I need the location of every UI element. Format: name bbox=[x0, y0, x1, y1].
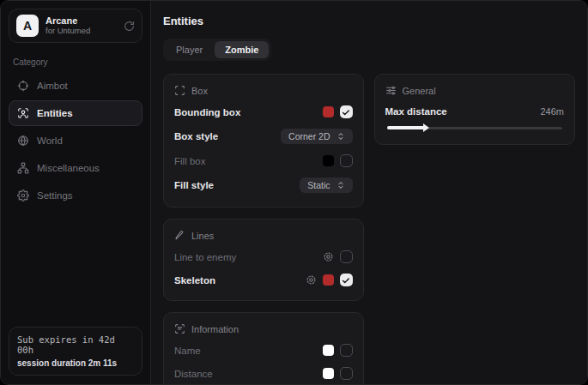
slider-thumb[interactable] bbox=[423, 123, 429, 132]
page-title: Entities bbox=[163, 15, 575, 27]
chevrons-up-down-icon bbox=[336, 181, 345, 189]
sidebar-item-settings[interactable]: Settings bbox=[9, 183, 142, 208]
slider-fill bbox=[387, 126, 426, 129]
setting-row-fill-box: Fill box bbox=[174, 149, 353, 172]
dropdown-fill-style[interactable]: Static bbox=[300, 177, 352, 193]
card-title: Box bbox=[191, 86, 208, 96]
category-label: Category bbox=[13, 57, 138, 67]
sidebar-item-world[interactable]: World bbox=[9, 128, 142, 153]
setting-label: Bounding box bbox=[174, 107, 240, 117]
max-distance-slider[interactable] bbox=[387, 122, 563, 134]
scan-text-icon bbox=[174, 323, 185, 334]
card-information: Information Name Distance bbox=[163, 312, 364, 384]
pencil-line-icon bbox=[174, 230, 185, 241]
checkbox-name[interactable] bbox=[340, 344, 353, 357]
sidebar-item-miscellaneous[interactable]: Miscellaneous bbox=[9, 155, 142, 181]
gear-icon bbox=[17, 189, 29, 202]
setting-row-skeleton: Skeleton bbox=[174, 268, 353, 292]
subscription-card: Sub expires in 42d 00h session duration … bbox=[9, 327, 142, 376]
checkbox-distance[interactable] bbox=[340, 367, 353, 380]
card-title: Information bbox=[191, 324, 239, 334]
checkbox-fill-box[interactable] bbox=[340, 154, 353, 167]
brand-card: A Arcane for Untumed bbox=[9, 9, 142, 43]
setting-row-box-style: Box style Corner 2D bbox=[174, 123, 353, 149]
crosshair-icon bbox=[17, 80, 29, 92]
scan-icon bbox=[174, 85, 185, 96]
sidebar-item-label: Entities bbox=[37, 108, 73, 118]
slider-value: 246m bbox=[540, 106, 564, 117]
app-window: A Arcane for Untumed Category Aimbot bbox=[0, 0, 588, 385]
sidebar-item-label: Settings bbox=[37, 190, 73, 201]
sidebar-item-entities[interactable]: Entities bbox=[9, 100, 142, 126]
dropdown-box-style[interactable]: Corner 2D bbox=[281, 129, 352, 144]
tab-player[interactable]: Player bbox=[166, 41, 213, 58]
sliders-icon bbox=[385, 85, 397, 96]
app-logo: A bbox=[16, 15, 39, 37]
setting-label: Name bbox=[174, 346, 201, 356]
sidebar-item-aimbot[interactable]: Aimbot bbox=[9, 73, 142, 99]
row-settings-icon[interactable] bbox=[323, 251, 334, 262]
network-icon bbox=[17, 162, 29, 174]
chevrons-up-down-icon bbox=[336, 132, 345, 141]
refresh-icon[interactable] bbox=[124, 21, 135, 32]
app-subtitle: for Untumed bbox=[45, 27, 117, 36]
entity-tabs: Player Zombie bbox=[163, 39, 271, 61]
app-name: Arcane bbox=[45, 15, 117, 27]
session-duration-text: session duration 2m 11s bbox=[17, 358, 134, 368]
setting-row-name: Name bbox=[174, 339, 353, 362]
checkbox-bounding-box[interactable] bbox=[340, 105, 353, 118]
sidebar-item-label: Aimbot bbox=[37, 81, 68, 91]
setting-label: Distance bbox=[174, 369, 213, 379]
checkbox-line-to-enemy[interactable] bbox=[340, 250, 353, 263]
entities-icon bbox=[17, 107, 29, 119]
setting-label: Line to enemy bbox=[174, 252, 236, 262]
color-swatch[interactable] bbox=[323, 155, 334, 166]
card-title: Lines bbox=[191, 231, 214, 241]
setting-row-line-to-enemy: Line to enemy bbox=[174, 245, 353, 268]
row-settings-icon[interactable] bbox=[306, 274, 317, 286]
color-swatch[interactable] bbox=[323, 368, 334, 379]
setting-row-bounding-box: Bounding box bbox=[174, 100, 353, 123]
checkbox-skeleton[interactable] bbox=[340, 274, 353, 286]
setting-label: Box style bbox=[174, 131, 218, 141]
content-area: Box Bounding box Box style bbox=[163, 74, 575, 384]
color-swatch[interactable] bbox=[323, 106, 334, 117]
card-box: Box Bounding box Box style bbox=[163, 74, 364, 208]
card-general: General Max distance 246m bbox=[374, 74, 576, 145]
tab-zombie[interactable]: Zombie bbox=[215, 41, 269, 58]
setting-label: Skeleton bbox=[174, 275, 215, 286]
dropdown-value: Static bbox=[307, 180, 330, 190]
globe-icon bbox=[17, 135, 29, 147]
sub-expires-text: Sub expires in 42d 00h bbox=[17, 334, 134, 355]
card-title: General bbox=[403, 86, 436, 96]
card-lines: Lines Line to enemy Skeleton bbox=[163, 219, 364, 301]
setting-label: Fill box bbox=[174, 156, 205, 166]
setting-label: Max distance bbox=[385, 106, 447, 117]
sidebar: A Arcane for Untumed Category Aimbot bbox=[1, 1, 151, 384]
sidebar-nav: Aimbot Entities World Miscellaneous bbox=[9, 73, 142, 208]
setting-label: Fill style bbox=[174, 180, 214, 190]
sidebar-item-label: Miscellaneous bbox=[37, 163, 100, 173]
color-swatch[interactable] bbox=[323, 274, 334, 286]
sidebar-item-label: World bbox=[37, 135, 63, 146]
color-swatch[interactable] bbox=[323, 345, 334, 356]
main-panel: Entities Player Zombie Box Bounding box bbox=[151, 1, 587, 384]
setting-row-max-distance: Max distance 246m bbox=[385, 100, 565, 118]
dropdown-value: Corner 2D bbox=[288, 131, 330, 141]
setting-row-distance: Distance bbox=[174, 362, 353, 384]
setting-row-fill-style: Fill style Static bbox=[174, 172, 353, 198]
